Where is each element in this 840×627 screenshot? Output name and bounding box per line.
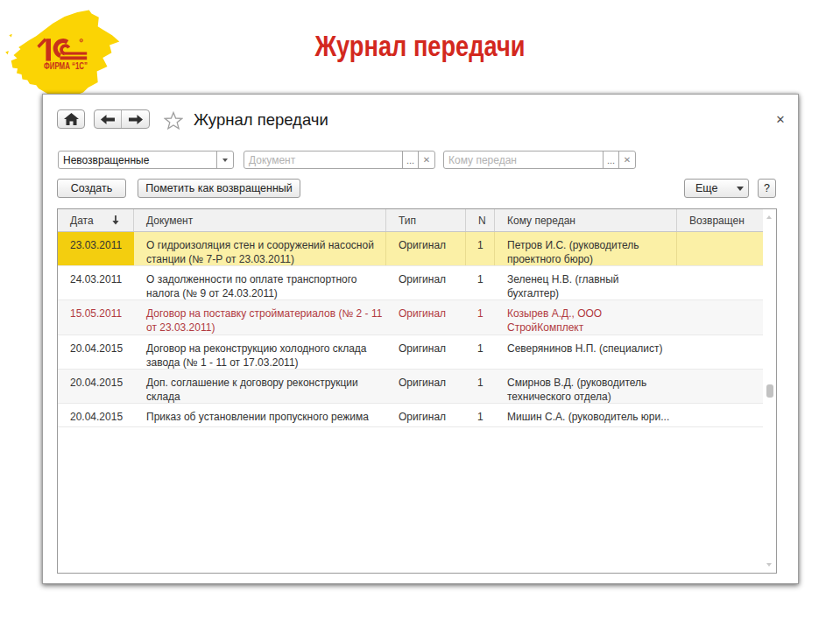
svg-text:ФИРМА “1С”: ФИРМА “1С”	[44, 61, 88, 71]
